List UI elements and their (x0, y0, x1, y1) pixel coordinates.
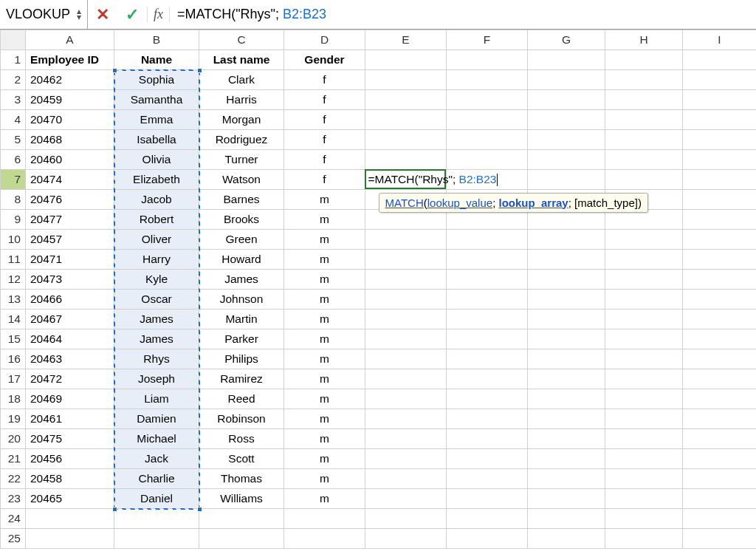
cell-C14[interactable]: Martin (199, 310, 284, 329)
cell-G14[interactable] (528, 310, 605, 329)
cell-B14[interactable]: James (114, 310, 199, 329)
accept-icon[interactable]: ✓ (117, 5, 147, 24)
cell-C5[interactable]: Rodriguez (199, 130, 284, 150)
cell-B22[interactable]: Charlie (114, 469, 199, 489)
cell-G7[interactable] (528, 170, 605, 190)
cell-A19[interactable]: 20461 (26, 409, 114, 429)
cell-I13[interactable] (683, 290, 757, 310)
cell-B24[interactable] (114, 509, 199, 529)
cell-F22[interactable] (447, 469, 528, 489)
cell-I16[interactable] (683, 349, 757, 369)
cell-I6[interactable] (683, 150, 757, 170)
formula-input[interactable]: =MATCH("Rhys"; B2:B23 (170, 7, 756, 22)
selection-handle[interactable] (197, 68, 202, 73)
cell-A6[interactable]: 20460 (26, 150, 114, 170)
name-box-stepper[interactable]: ▴ ▾ (77, 9, 81, 19)
row-header[interactable]: 19 (1, 409, 26, 429)
cell-F15[interactable] (447, 329, 528, 349)
cell-E6[interactable] (365, 150, 447, 170)
cell-A12[interactable]: 20473 (26, 270, 114, 290)
cell-D12[interactable]: m (284, 270, 365, 290)
cell-D22[interactable]: m (284, 469, 365, 489)
cell-A9[interactable]: 20477 (26, 210, 114, 230)
cell-A24[interactable] (26, 509, 114, 529)
function-tooltip[interactable]: MATCH(lookup_value; lookup_array; [match… (379, 193, 648, 213)
cell-G22[interactable] (528, 469, 605, 489)
cell-B6[interactable]: Olivia (114, 150, 199, 170)
cell-D16[interactable]: m (284, 349, 365, 369)
column-header-G[interactable]: G (528, 30, 605, 50)
cell-C17[interactable]: Ramirez (199, 369, 284, 389)
cell-A7[interactable]: 20474 (26, 170, 114, 190)
cell-D24[interactable] (284, 509, 365, 529)
cell-H1[interactable] (605, 50, 683, 70)
cell-D19[interactable]: m (284, 409, 365, 429)
cell-F10[interactable] (447, 230, 528, 250)
cell-F6[interactable] (447, 150, 528, 170)
cell-C4[interactable]: Morgan (199, 110, 284, 130)
cell-C10[interactable]: Green (199, 230, 284, 250)
cell-G1[interactable] (528, 50, 605, 70)
cell-A2[interactable]: 20462 (26, 70, 114, 90)
cell-E11[interactable] (365, 250, 447, 270)
name-box-wrap[interactable]: VLOOKUP ▴ ▾ (0, 0, 88, 29)
cell-D14[interactable]: m (284, 310, 365, 329)
cell-G25[interactable] (528, 529, 605, 549)
cell-B11[interactable]: Harry (114, 250, 199, 270)
cell-F2[interactable] (447, 70, 528, 90)
row-header[interactable]: 25 (1, 529, 26, 549)
cell-I23[interactable] (683, 489, 757, 509)
cell-E1[interactable] (365, 50, 447, 70)
cell-I14[interactable] (683, 310, 757, 329)
cell-A17[interactable]: 20472 (26, 369, 114, 389)
cell-E9[interactable] (365, 210, 447, 230)
row-header[interactable]: 15 (1, 329, 26, 349)
cell-I25[interactable] (683, 529, 757, 549)
cell-G10[interactable] (528, 230, 605, 250)
cell-F3[interactable] (447, 90, 528, 110)
cell-E22[interactable] (365, 469, 447, 489)
cell-F21[interactable] (447, 449, 528, 469)
fx-icon[interactable]: fx (147, 7, 170, 22)
selection-handle[interactable] (197, 507, 202, 512)
cell-I20[interactable] (683, 429, 757, 449)
cell-B18[interactable]: Liam (114, 389, 199, 409)
cell-B2[interactable]: Sophia (114, 70, 199, 90)
tooltip-arg-current[interactable]: lookup_array (498, 197, 568, 209)
row-header[interactable]: 23 (1, 489, 26, 509)
cell-H21[interactable] (605, 449, 683, 469)
cell-G9[interactable] (528, 210, 605, 230)
row-header[interactable]: 4 (1, 110, 26, 130)
cell-D8[interactable]: m (284, 190, 365, 210)
cell-B10[interactable]: Oliver (114, 230, 199, 250)
cell-B7[interactable]: Elizabeth (114, 170, 199, 190)
cell-H19[interactable] (605, 409, 683, 429)
cell-I5[interactable] (683, 130, 757, 150)
cell-B1[interactable]: Name (114, 50, 199, 70)
cell-I11[interactable] (683, 250, 757, 270)
cell-A25[interactable] (26, 529, 114, 549)
row-header[interactable]: 12 (1, 270, 26, 290)
cell-C2[interactable]: Clark (199, 70, 284, 90)
cell-B5[interactable]: Isabella (114, 130, 199, 150)
cell-H10[interactable] (605, 230, 683, 250)
cell-G13[interactable] (528, 290, 605, 310)
cell-C13[interactable]: Johnson (199, 290, 284, 310)
cell-F24[interactable] (447, 509, 528, 529)
cell-C11[interactable]: Howard (199, 250, 284, 270)
cell-D3[interactable]: f (284, 90, 365, 110)
cell-I24[interactable] (683, 509, 757, 529)
cell-C15[interactable]: Parker (199, 329, 284, 349)
cell-G12[interactable] (528, 270, 605, 290)
cell-G23[interactable] (528, 489, 605, 509)
column-header-F[interactable]: F (447, 30, 528, 50)
cell-C19[interactable]: Robinson (199, 409, 284, 429)
cell-A14[interactable]: 20467 (26, 310, 114, 329)
cell-B15[interactable]: James (114, 329, 199, 349)
cell-G18[interactable] (528, 389, 605, 409)
cell-G3[interactable] (528, 90, 605, 110)
cell-A21[interactable]: 20456 (26, 449, 114, 469)
selection-handle[interactable] (112, 68, 117, 73)
row-header[interactable]: 10 (1, 230, 26, 250)
cell-I3[interactable] (683, 90, 757, 110)
